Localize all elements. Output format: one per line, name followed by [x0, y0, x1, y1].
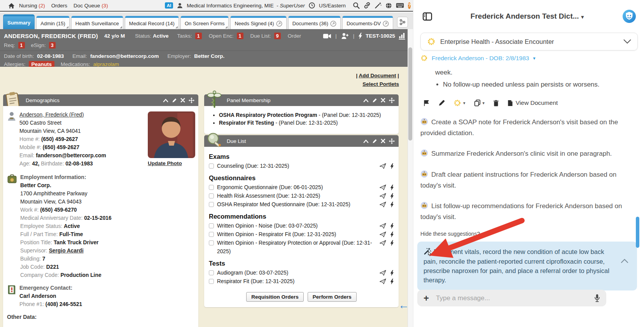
bolt-icon[interactable] — [390, 270, 394, 276]
keyboard-icon[interactable] — [396, 3, 404, 8]
nav-orders[interactable]: Orders — [51, 3, 67, 9]
search-icon[interactable] — [353, 2, 360, 9]
checkbox[interactable] — [209, 193, 214, 198]
patient-name[interactable]: ANDERSON, FREDERICK (FRED) — [4, 33, 98, 39]
send-icon[interactable] — [380, 163, 386, 169]
encounter-selector[interactable]: Enterprise Health - Associate Encounter — [420, 33, 638, 50]
link-icon[interactable] — [364, 2, 371, 9]
microphone-icon[interactable] — [594, 294, 600, 302]
order-link[interactable]: Order — [288, 33, 301, 39]
move-icon[interactable] — [389, 97, 395, 103]
chevron-up-icon[interactable] — [621, 259, 628, 263]
move-icon[interactable] — [189, 97, 194, 103]
checkbox[interactable] — [209, 185, 214, 190]
tab-settings-button[interactable] — [397, 17, 408, 28]
nav-doc-queue[interactable]: Doc Queue (3) — [74, 3, 108, 9]
tab-summary[interactable]: Summary — [3, 14, 35, 29]
hide-suggestions-link[interactable]: Hide these suggestions? — [420, 231, 638, 237]
conversation-title[interactable]: Frederick Anderson Test Dict...▾ — [432, 12, 622, 21]
video-camera-icon[interactable] — [323, 33, 331, 39]
add-person-icon[interactable] — [341, 33, 349, 39]
add-attachment-icon[interactable]: + — [424, 294, 429, 303]
due-list-header[interactable]: Due List — [204, 135, 399, 147]
globe-icon[interactable] — [385, 2, 392, 9]
send-icon[interactable] — [380, 278, 386, 284]
medication-link[interactable]: alprazolam — [93, 61, 119, 67]
eh-actions-dropdown[interactable]: ▾ — [453, 99, 466, 107]
checkbox[interactable] — [209, 240, 214, 245]
wand-icon[interactable] — [374, 2, 382, 9]
tab-documents[interactable]: Documents (36) — [288, 16, 341, 29]
timezone-label[interactable]: US/Eastern — [319, 3, 346, 9]
action-suggestion[interactable]: Document vitals, record the new conditio… — [417, 242, 637, 290]
tab-admin[interactable]: Admin (15) — [36, 16, 70, 29]
bolt-icon[interactable] — [358, 33, 362, 39]
patient-context[interactable]: Frederick Anderson - DOB: 2/8/1983 ▾ — [420, 54, 638, 62]
help-icon[interactable]: ? — [408, 2, 411, 9]
scrollbar-thumb[interactable] — [408, 47, 412, 141]
collapse-icon[interactable] — [363, 98, 369, 103]
message-input[interactable] — [436, 294, 587, 302]
tab-health-surveillance[interactable]: Health Surveillance — [71, 16, 123, 29]
nav-nursing[interactable]: Nursing (2) — [19, 3, 45, 9]
bolt-icon[interactable] — [390, 193, 394, 199]
collapse-icon[interactable] — [363, 139, 369, 143]
send-icon[interactable] — [380, 240, 386, 246]
chart-icon[interactable] — [398, 32, 408, 40]
open-enc-badge[interactable]: 1 — [237, 33, 243, 39]
send-icon[interactable] — [380, 202, 386, 207]
assistant-logo[interactable] — [622, 9, 636, 23]
checkbox[interactable] — [209, 164, 214, 169]
suggestion-item[interactable]: Draft clear patient instructions for Fre… — [420, 169, 638, 191]
send-icon[interactable] — [380, 231, 386, 237]
view-document-button[interactable]: View Document — [508, 99, 558, 106]
edit-icon[interactable] — [372, 98, 377, 103]
requisition-orders-button[interactable]: Requisition Orders — [246, 292, 304, 302]
bolt-icon[interactable] — [390, 231, 394, 238]
bolt-icon[interactable] — [390, 202, 394, 208]
suggestion-item[interactable]: Summarize Frederick Anderson's clinic vi… — [420, 148, 638, 159]
supervisor-link[interactable]: Sergio Acardi — [49, 248, 84, 254]
edit-icon[interactable] — [172, 98, 177, 103]
send-icon[interactable] — [380, 223, 386, 229]
tab-medical-record[interactable]: Medical Record (14) — [125, 16, 179, 29]
suggestion-item[interactable]: Create a SOAP note for Frederick Anderso… — [420, 117, 638, 138]
copy-dropdown[interactable]: ▾ — [474, 99, 485, 106]
bolt-icon[interactable] — [390, 184, 394, 191]
panel-membership-header[interactable]: Panel Membership — [204, 94, 399, 106]
tab-on-screen-forms[interactable]: On Screen Forms — [180, 16, 229, 29]
demographics-portlet-header[interactable]: Demographics — [3, 94, 198, 106]
edit-icon[interactable] — [438, 100, 445, 106]
update-photo-link[interactable]: Update Photo — [148, 160, 182, 166]
close-icon[interactable] — [180, 98, 185, 103]
tab-needs-signed[interactable]: Needs Signed (4) — [230, 16, 286, 29]
tasks-badge[interactable]: 1 — [195, 33, 202, 39]
suggestion-item[interactable]: List follow-up recommendations for Frede… — [420, 201, 638, 222]
checkbox[interactable] — [209, 223, 214, 228]
select-portlets-link[interactable]: Select Portlets — [362, 81, 399, 87]
add-document-link[interactable]: Add Document — [359, 73, 396, 78]
tab-documents-dv[interactable]: Documents-DV — [342, 16, 393, 29]
req-badge[interactable]: 1 — [18, 42, 25, 49]
ai-badge[interactable]: AI — [165, 2, 173, 9]
bolt-icon[interactable] — [390, 163, 394, 169]
close-icon[interactable] — [381, 98, 385, 103]
send-icon[interactable] — [380, 193, 386, 199]
bolt-icon[interactable] — [390, 223, 394, 229]
edit-icon[interactable] — [372, 139, 377, 144]
panel-collapse-arrow[interactable]: ← — [398, 299, 409, 311]
sidebar-toggle-icon[interactable] — [423, 12, 432, 21]
flag-icon[interactable] — [424, 100, 430, 106]
bolt-icon[interactable] — [390, 240, 394, 246]
checkbox[interactable] — [209, 270, 214, 275]
panel-scrollbar-thumb[interactable] — [636, 217, 639, 248]
checkbox[interactable] — [209, 202, 214, 207]
due-list-badge[interactable]: 9 — [274, 33, 281, 39]
send-icon[interactable] — [380, 184, 386, 190]
esign-badge[interactable]: 3 — [49, 42, 56, 49]
patient-name-link[interactable]: Anderson, Frederick (Fred) — [19, 112, 84, 118]
delete-icon[interactable] — [493, 100, 499, 106]
checkbox[interactable] — [209, 279, 214, 284]
perform-orders-button[interactable]: Perform Orders — [308, 292, 357, 302]
collapse-icon[interactable] — [163, 98, 168, 103]
